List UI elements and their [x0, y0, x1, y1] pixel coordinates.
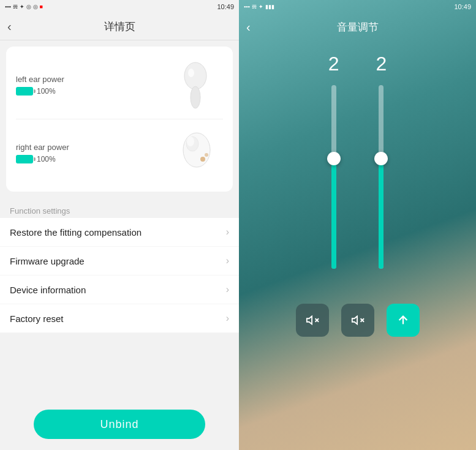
- right-wifi-icon: 𝌙: [252, 4, 257, 10]
- menu-item-firmware-label: Firmware upgrade: [10, 256, 85, 266]
- left-slider-thumb[interactable]: [327, 152, 341, 165]
- mute-right-button[interactable]: [341, 304, 374, 337]
- svg-point-6: [205, 153, 208, 157]
- chevron-icon-factory: ›: [226, 313, 229, 324]
- right-battery-pct: 100%: [37, 155, 56, 163]
- menu-section: Function settings Restore the fitting co…: [0, 198, 239, 337]
- right-volume-slider-col: 2: [376, 53, 387, 285]
- status-icons-left: ▪▪▪ 𝌙 ✦ ◎ ◎ ■: [5, 4, 43, 10]
- top-bar-left: ‹ 详情页: [0, 13, 239, 40]
- top-bar-right: ‹ 音量调节: [239, 13, 476, 40]
- right-status-time: 10:49: [454, 3, 471, 10]
- vol-icon: ◎: [26, 4, 31, 10]
- chevron-icon-restore: ›: [226, 227, 229, 238]
- back-button-left[interactable]: ‹: [7, 20, 12, 34]
- left-earbud-img: [168, 58, 223, 113]
- right-ear-label: right ear power: [16, 143, 168, 152]
- menu-item-firmware[interactable]: Firmware upgrade ›: [0, 247, 239, 276]
- right-ear-row: right ear power 100%: [16, 122, 223, 184]
- svg-marker-8: [306, 317, 311, 324]
- wifi-icon: 𝌙: [13, 4, 18, 10]
- function-settings-header: Function settings: [0, 201, 239, 218]
- right-status-icons: ▪▪▪ 𝌙 ✦ ▮▮▮: [244, 4, 274, 10]
- status-time-left: 10:49: [217, 3, 234, 10]
- status-bar-left: ▪▪▪ 𝌙 ✦ ◎ ◎ ■ 10:49: [0, 0, 239, 13]
- svg-marker-11: [352, 317, 357, 324]
- menu-item-restore-label: Restore the fitting compensation: [10, 227, 142, 238]
- svg-point-3: [183, 133, 210, 167]
- left-panel: ▪▪▪ 𝌙 ✦ ◎ ◎ ■ 10:49 ‹ 详情页 left ear power…: [0, 0, 239, 450]
- menu-item-device-label: Device information: [10, 285, 86, 295]
- svg-point-5: [200, 157, 205, 162]
- right-battery-icon: [16, 155, 33, 163]
- mute-left-icon: [306, 313, 319, 327]
- earbuds-card: left ear power 100% right ear power: [6, 47, 233, 192]
- right-slider-track[interactable]: [379, 85, 383, 269]
- right-panel: ▪▪▪ 𝌙 ✦ ▮▮▮ 10:49 ‹ 音量调节 2 2: [239, 0, 476, 450]
- right-slider-fill: [379, 159, 383, 269]
- right-battery-status: ▮▮▮: [265, 4, 274, 10]
- ear-divider: [16, 119, 223, 119]
- mute-left-button[interactable]: [296, 304, 329, 337]
- left-battery-bar: 100%: [16, 87, 168, 96]
- unbind-button[interactable]: Unbind: [34, 410, 205, 439]
- right-slider-thumb[interactable]: [374, 152, 388, 165]
- svg-point-1: [191, 86, 200, 108]
- left-slider-track[interactable]: [331, 85, 336, 269]
- signal-icon: ▪▪▪: [5, 4, 11, 10]
- menu-item-device[interactable]: Device information ›: [0, 276, 239, 304]
- left-battery-icon: [16, 87, 33, 96]
- right-ear-info: right ear power 100%: [16, 143, 168, 163]
- chevron-icon-device: ›: [226, 284, 229, 295]
- mute-right-icon: [351, 313, 365, 327]
- msg-icon: ■: [40, 4, 43, 10]
- menu-item-factory[interactable]: Factory reset ›: [0, 304, 239, 333]
- left-ear-row: left ear power 100%: [16, 54, 223, 116]
- left-ear-info: left ear power 100%: [16, 75, 168, 96]
- status-bar-right: ▪▪▪ 𝌙 ✦ ▮▮▮ 10:49: [239, 0, 476, 13]
- right-earbud-img: [168, 126, 223, 181]
- bt-icon: ✦: [20, 4, 25, 10]
- sliders-area: 2 2: [239, 40, 476, 285]
- menu-item-factory-label: Factory reset: [10, 313, 64, 324]
- svg-point-7: [187, 137, 194, 146]
- bottom-controls: [239, 304, 476, 337]
- left-slider-fill: [331, 159, 336, 269]
- active-control-button[interactable]: [387, 304, 420, 337]
- svg-point-0: [184, 62, 206, 89]
- page-title-right: 音量调节: [337, 20, 379, 34]
- right-battery-bar: 100%: [16, 155, 168, 163]
- right-signal-icon: ▪▪▪: [244, 4, 250, 10]
- right-volume-value: 2: [376, 53, 387, 75]
- left-volume-value: 2: [328, 53, 339, 75]
- right-bt-icon: ✦: [259, 4, 263, 10]
- chevron-icon-firmware: ›: [226, 255, 229, 266]
- left-battery-pct: 100%: [37, 87, 56, 96]
- page-title-left: 详情页: [104, 20, 135, 34]
- left-ear-label: left ear power: [16, 75, 168, 84]
- svg-point-2: [188, 69, 194, 77]
- active-control-icon: [396, 313, 410, 327]
- back-button-right[interactable]: ‹: [246, 20, 251, 34]
- left-volume-slider-col: 2: [328, 53, 339, 285]
- alarm-icon: ◎: [33, 4, 38, 10]
- menu-item-restore[interactable]: Restore the fitting compensation ›: [0, 218, 239, 247]
